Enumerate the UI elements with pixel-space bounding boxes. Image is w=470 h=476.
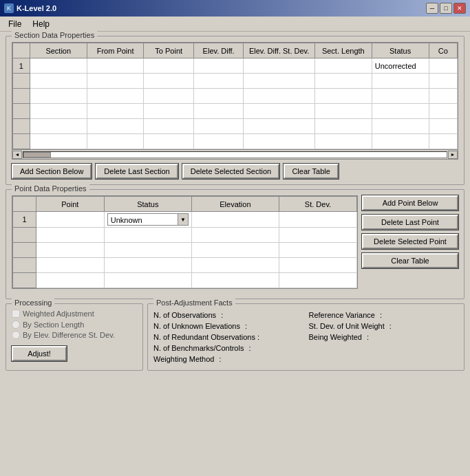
section-col-from: From Point [87, 43, 144, 58]
delete-last-point-button[interactable]: Delete Last Point [362, 215, 458, 230]
post-adj-grid: N. of Observations : N. of Unknown Eleva… [153, 310, 458, 365]
adjust-button[interactable]: Adjust! [12, 346, 67, 361]
table-row-empty-2 [13, 74, 458, 89]
paf-colon-1: : [221, 311, 223, 319]
paf-row-2-left: N. of Unknown Elevations : [153, 321, 303, 332]
add-section-button[interactable]: Add Section Below [12, 164, 92, 179]
point-col-num [13, 197, 36, 212]
paf-row-1-right: Reference Variance : [309, 310, 459, 321]
post-adj-left: N. of Observations : N. of Unknown Eleva… [153, 310, 303, 365]
paf-label-5: Weighting Method [153, 355, 214, 363]
minimize-button[interactable]: ─ [426, 3, 438, 14]
dropdown-arrow-icon[interactable]: ▼ [178, 213, 189, 226]
section-table: Section From Point To Point Elev. Diff. … [12, 43, 458, 149]
section-row-status: Uncorrected [372, 58, 429, 74]
weighted-adjustment-check[interactable]: Weighted Adjustment [12, 310, 137, 318]
table-row: 1 Unknown ▼ [13, 212, 357, 228]
point-col-status: Status [104, 197, 191, 212]
paf-row-4-left: N. of Benchmarks/Controls : [153, 343, 303, 354]
point-row-point[interactable] [36, 212, 104, 228]
radio-section-length-label: By Section Length [23, 321, 84, 329]
table-row-empty-4 [13, 104, 458, 119]
menu-file[interactable]: File [3, 18, 27, 30]
radio-section-length-input[interactable] [12, 321, 20, 329]
scroll-right-btn[interactable]: ► [448, 151, 458, 159]
title-controls: ─ □ ✕ [426, 3, 466, 14]
table-row-empty-3 [13, 89, 458, 104]
processing-group: Processing Weighted Adjustment By Sectio… [6, 303, 143, 371]
title-bar: K K-Level 2.0 ─ □ ✕ [0, 0, 470, 17]
delete-selected-section-button[interactable]: Delete Selected Section [182, 164, 279, 179]
processing-title: Processing [12, 299, 54, 307]
add-point-button[interactable]: Add Point Below [362, 195, 458, 210]
paf-colon-2: : [245, 322, 247, 330]
title-bar-left: K K-Level 2.0 [4, 3, 56, 13]
paf-row-3-right: Being Weighted : [309, 332, 459, 343]
radio-by-elev-diff[interactable]: By Elev. Difference St. Dev. [12, 331, 137, 339]
section-table-scrollbar[interactable]: ◄ ► [12, 149, 458, 159]
paf-label-3: N. of Redundant Observations : [153, 333, 259, 341]
point-col-elevation: Elevation [191, 197, 279, 212]
scroll-track[interactable] [23, 151, 447, 158]
paf-row-3-left: N. of Redundant Observations : [153, 332, 303, 343]
point-row-status: Unknown ▼ [104, 212, 191, 228]
point-layout: Point Status Elevation St. Dev. 1 [12, 195, 458, 293]
section-row-sect-len[interactable] [314, 58, 372, 74]
point-row-empty-5 [13, 273, 357, 288]
paf-colon-5: : [220, 355, 222, 363]
point-table-container: Point Status Elevation St. Dev. 1 [12, 195, 358, 289]
section-button-row: Add Section Below Delete Last Section De… [12, 164, 458, 179]
radio-by-section-length[interactable]: By Section Length [12, 321, 137, 329]
section-table-container: Section From Point To Point Elev. Diff. … [12, 42, 458, 160]
section-data-title: Section Data Properties [12, 31, 97, 39]
bottom-area: Processing Weighted Adjustment By Sectio… [6, 303, 464, 371]
delete-selected-point-button[interactable]: Delete Selected Point [362, 234, 458, 249]
paf-rcolon-1: : [380, 311, 382, 319]
point-row-elevation[interactable] [191, 212, 279, 228]
point-col-stdev: St. Dev. [279, 197, 356, 212]
scroll-thumb[interactable] [23, 152, 51, 158]
point-row-stdev[interactable] [279, 212, 356, 228]
delete-last-section-button[interactable]: Delete Last Section [96, 164, 178, 179]
maximize-button[interactable]: □ [440, 3, 452, 14]
section-row-to[interactable] [144, 58, 193, 74]
section-col-sect-len: Sect. Length [314, 43, 372, 58]
paf-label-1: N. of Observations [153, 311, 216, 319]
radio-elev-diff-label: By Elev. Difference St. Dev. [23, 331, 115, 339]
scroll-left-btn[interactable]: ◄ [12, 151, 22, 159]
paf-rlabel-3: Being Weighted [309, 333, 362, 341]
section-row-elev-diff[interactable] [193, 58, 243, 74]
menu-bar: File Help [0, 17, 470, 32]
section-col-status: Status [372, 43, 429, 58]
point-col-point: Point [36, 197, 104, 212]
section-col-co: Co [429, 43, 457, 58]
clear-section-table-button[interactable]: Clear Table [284, 164, 339, 179]
section-col-elev-diff-sd: Elev. Diff. St. Dev. [244, 43, 315, 58]
post-adjustment-title: Post-Adjustment Facts [153, 299, 235, 307]
point-row-empty-2 [13, 228, 357, 243]
section-row-from[interactable] [87, 58, 144, 74]
app-icon: K [4, 3, 14, 13]
point-table: Point Status Elevation St. Dev. 1 [12, 196, 357, 288]
menu-help[interactable]: Help [27, 18, 55, 30]
close-button[interactable]: ✕ [453, 3, 466, 14]
app-title: K-Level 2.0 [17, 4, 56, 12]
section-col-elev-diff: Elev. Diff. [193, 43, 243, 58]
section-row-section[interactable] [30, 58, 87, 74]
section-row-co[interactable] [429, 58, 457, 74]
section-col-to: To Point [144, 43, 193, 58]
radio-elev-diff-input[interactable] [12, 331, 20, 339]
point-row-empty-3 [13, 243, 357, 258]
radio-group: By Section Length By Elev. Difference St… [12, 321, 137, 339]
post-adj-right: Reference Variance : St. Dev. of Unit We… [309, 310, 459, 365]
paf-label-2: N. of Unknown Elevations [153, 322, 240, 330]
paf-rcolon-2: : [389, 322, 392, 330]
section-data-group: Section Data Properties Section From Poi… [6, 36, 464, 185]
clear-point-table-button[interactable]: Clear Table [362, 253, 458, 268]
section-col-num [13, 43, 30, 58]
weighted-checkbox[interactable] [12, 310, 20, 318]
paf-row-5-left: Weighting Method : [153, 354, 303, 365]
point-table-area: Point Status Elevation St. Dev. 1 [12, 195, 358, 293]
section-row-elev-diff-sd[interactable] [244, 58, 315, 74]
status-dropdown[interactable]: Unknown ▼ [107, 213, 189, 226]
